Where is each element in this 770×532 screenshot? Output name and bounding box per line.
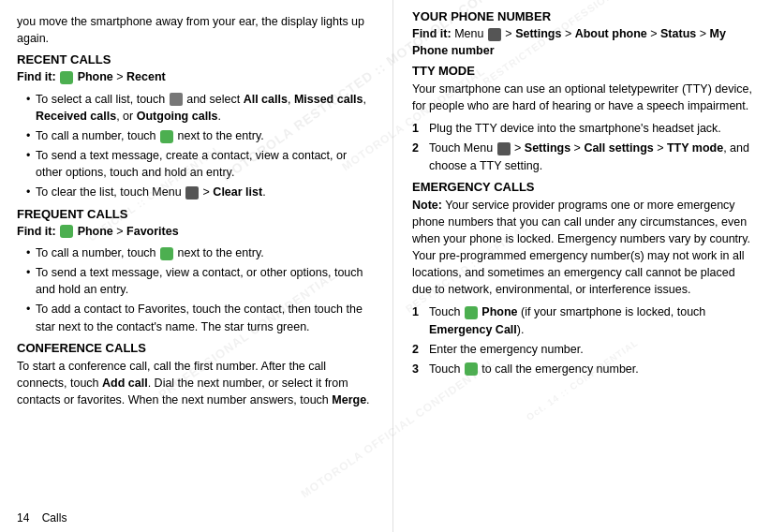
- right-column: YOUR PHONE NUMBER Find it: Menu > Settin…: [393, 0, 770, 532]
- call-icon: [160, 130, 173, 143]
- list-item: 2 Enter the emergency number.: [412, 341, 755, 358]
- tty-intro: Your smartphone can use an optional tele…: [412, 81, 755, 114]
- call-icon-em: [465, 362, 478, 376]
- tty-mode-section: TTY MODE Your smartphone can use an opti…: [412, 64, 755, 174]
- frequent-calls-findit: Find it: Phone > Favorites: [17, 224, 376, 241]
- phone-icon-em: [465, 306, 478, 319]
- recent-calls-bullets: To select a call list, touch and select …: [17, 91, 376, 201]
- list-item: To send a text message, create a contact…: [26, 147, 376, 181]
- tty-steps: 1 Plug the TTY device into the smartphon…: [412, 120, 755, 173]
- phone-number-title: YOUR PHONE NUMBER: [412, 9, 755, 23]
- frequent-calls-section: FREQUENT CALLS Find it: Phone > Favorite…: [17, 207, 376, 335]
- conference-calls-text: To start a conference call, call the fir…: [17, 358, 376, 408]
- recent-calls-title: RECENT CALLS: [17, 52, 376, 66]
- phone-icon-recent: [60, 71, 73, 84]
- list-item: To call a number, touch next to the entr…: [26, 127, 376, 144]
- call-icon-freq: [160, 247, 173, 260]
- list-item: To call a number, touch next to the entr…: [26, 244, 376, 261]
- page-footer: 14 Calls: [17, 511, 67, 525]
- frequent-calls-bullets: To call a number, touch next to the entr…: [17, 244, 376, 335]
- phone-icon-frequent: [60, 225, 73, 238]
- list-item: To send a text message, view a contact, …: [26, 264, 376, 298]
- list-item: To clear the list, touch Menu > Clear li…: [26, 184, 376, 200]
- menu-icon: [185, 186, 199, 200]
- frequent-calls-title: FREQUENT CALLS: [17, 207, 376, 221]
- list-item: 3 Touch to call the emergency number.: [412, 361, 755, 377]
- footer-section: Calls: [42, 511, 67, 525]
- emergency-calls-section: EMERGENCY CALLS Note: Your service provi…: [412, 180, 755, 377]
- emergency-calls-title: EMERGENCY CALLS: [412, 180, 755, 194]
- intro-text: you move the smartphone away from your e…: [17, 13, 376, 47]
- tty-mode-title: TTY MODE: [412, 64, 755, 78]
- menu-icon-pn: [488, 28, 501, 41]
- page-number: 14: [17, 511, 29, 525]
- recent-calls-findit: Find it: Phone > Recent: [17, 69, 376, 86]
- phone-number-findit: Find it: Menu > Settings > About phone >…: [412, 26, 755, 59]
- conference-calls-title: CONFERENCE CALLS: [17, 341, 376, 355]
- menu-icon-tty: [497, 142, 511, 155]
- conference-calls-section: CONFERENCE CALLS To start a conference c…: [17, 341, 376, 408]
- emergency-note: Note: Your service provider programs one…: [412, 197, 755, 299]
- page-container: MOTOROLA RESTRICTED :: MOTOROLA CONFIDEN…: [0, 0, 770, 532]
- list-item: 2 Touch Menu > Settings > Call settings …: [412, 140, 755, 173]
- emergency-steps: 1 Touch Phone (if your smartphone is loc…: [412, 303, 755, 377]
- left-column: you move the smartphone away from your e…: [0, 0, 393, 532]
- list-item: To add a contact to Favorites, touch the…: [26, 301, 376, 334]
- phone-number-section: YOUR PHONE NUMBER Find it: Menu > Settin…: [412, 9, 755, 59]
- list-item: 1 Plug the TTY device into the smartphon…: [412, 120, 755, 137]
- recent-calls-section: RECENT CALLS Find it: Phone > Recent To …: [17, 52, 376, 200]
- list-item: To select a call list, touch and select …: [26, 91, 376, 125]
- down-arrow-icon: [170, 93, 183, 106]
- list-item: 1 Touch Phone (if your smartphone is loc…: [412, 303, 755, 337]
